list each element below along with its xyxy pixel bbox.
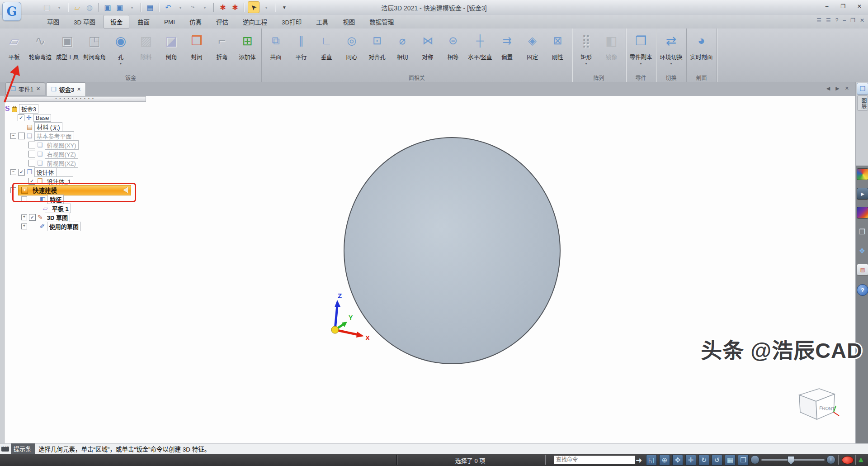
tree-node-label[interactable]: 3D 草图: [45, 213, 70, 222]
ribbon-tool[interactable]: ❐零件副本▾: [627, 29, 655, 74]
window-minimize-icon[interactable]: ‒: [843, 17, 846, 24]
tab-scroll-left-icon[interactable]: ◀: [826, 86, 830, 91]
ribbon-tool[interactable]: ⊡对齐孔: [364, 29, 390, 74]
tree-node-label[interactable]: 平板 1: [50, 204, 71, 213]
ribbon-tool[interactable]: ∟垂直: [314, 29, 339, 74]
help-icon[interactable]: ?: [835, 17, 839, 24]
minimize-icon[interactable]: ‒: [821, 2, 833, 11]
tree-row[interactable]: ❏右视图(YZ): [28, 149, 167, 158]
dropdown-caret-icon[interactable]: ▾: [585, 62, 587, 66]
tree-node-label[interactable]: 材料 (无): [34, 122, 62, 132]
ribbon-tool[interactable]: ⇉偏置: [495, 29, 520, 74]
tree-node-label[interactable]: 前视图(XZ): [45, 158, 78, 168]
window-style-icon[interactable]: ❐: [738, 455, 749, 466]
select-dropdown[interactable]: ▾: [261, 2, 272, 13]
menu-tab-item[interactable]: 工具: [310, 15, 335, 28]
ribbon-tool[interactable]: ❒封闭: [184, 29, 209, 74]
tree-row[interactable]: −✓❐设计体: [10, 167, 167, 176]
tree-checkbox[interactable]: ✓: [18, 169, 25, 176]
maximize-icon[interactable]: ❐: [837, 2, 849, 11]
fit-view-icon[interactable]: ✥: [672, 455, 683, 466]
tree-row[interactable]: −❏基本参考平面: [10, 131, 167, 140]
new-file-dropdown[interactable]: ▾: [54, 2, 65, 13]
menu-tab-item[interactable]: 评估: [210, 15, 235, 28]
dropdown-caret-icon[interactable]: ▾: [640, 62, 642, 66]
tab-close-icon[interactable]: ✕: [845, 86, 849, 91]
toolbar-list2-icon[interactable]: ☰: [826, 17, 831, 24]
3d-viewport[interactable]: ▪ ▪ ▪ ▪ ▪ ▪ ▪ ▪ ▪ ▪ Z Y X FRONT S钣金3✓✛Ba…: [0, 96, 855, 453]
heatmap-icon[interactable]: [857, 207, 868, 219]
tree-row[interactable]: ❏前视图(XZ): [28, 158, 167, 167]
open-folder-icon[interactable]: ▱: [72, 2, 83, 13]
spin-view-icon[interactable]: ↺: [712, 455, 722, 466]
menu-tab-item[interactable]: 曲面: [131, 15, 156, 28]
tree-expander-icon[interactable]: −: [10, 169, 16, 175]
tree-checkbox[interactable]: ✓: [18, 114, 24, 121]
record-button[interactable]: [842, 456, 854, 464]
zoom-slider-track[interactable]: [761, 459, 825, 461]
document-tab[interactable]: ❒钣金3✕: [46, 82, 86, 96]
zoom-icon[interactable]: ⊕: [659, 455, 670, 466]
dropdown-caret-icon[interactable]: ▾: [670, 62, 672, 66]
view-cube[interactable]: FRONT: [791, 382, 841, 425]
compare-windows-icon[interactable]: ❐: [857, 226, 868, 237]
tree-node-label[interactable]: Base: [33, 114, 52, 122]
tab-scroll-right-icon[interactable]: ▶: [835, 86, 839, 91]
undo-dropdown[interactable]: ▾: [175, 2, 186, 13]
tree-node-label[interactable]: 设计体: [34, 167, 57, 177]
tree-checkbox[interactable]: [28, 142, 35, 148]
undo-icon[interactable]: ↶: [163, 2, 174, 13]
ribbon-tool[interactable]: ⣿矩形▾: [574, 29, 599, 74]
ribbon-tool[interactable]: ◎同心: [339, 29, 364, 74]
tree-node-label[interactable]: 基本参考平面: [34, 131, 74, 141]
close-icon[interactable]: ✕: [854, 2, 865, 11]
menu-tab-item[interactable]: 3D 草图: [67, 15, 102, 28]
ribbon-tool[interactable]: ⌀相切: [390, 29, 415, 74]
redo-icon[interactable]: ↷: [187, 2, 198, 13]
sheetmetal-disc-model[interactable]: [344, 137, 561, 364]
ribbon-tool[interactable]: ◕实时剖面: [688, 29, 715, 74]
save-copy-icon[interactable]: ▣: [114, 2, 125, 13]
tree-expander-icon[interactable]: +: [21, 214, 27, 220]
gauge-icon[interactable]: [857, 168, 868, 180]
window-tile-icon[interactable]: ❒: [857, 83, 868, 95]
command-jump-icon[interactable]: ➜: [634, 455, 644, 465]
command-finder-input[interactable]: [554, 455, 635, 464]
tree-node-label[interactable]: 右视图(YZ): [45, 149, 78, 159]
report-icon[interactable]: ▤: [857, 264, 868, 276]
new-feature-icon[interactable]: ✱: [217, 2, 228, 13]
tree-checkbox[interactable]: ✓: [29, 214, 36, 221]
menu-tab-item[interactable]: 3D打印: [275, 15, 308, 28]
menu-tab-item[interactable]: 数据管理: [363, 15, 400, 28]
maximize-view-icon[interactable]: ▲: [857, 455, 865, 464]
zoom-out-button[interactable]: −: [750, 455, 760, 464]
zoom-area-icon[interactable]: ◱: [646, 455, 657, 466]
window-close-icon[interactable]: ✕: [860, 17, 864, 24]
new-drawing-icon[interactable]: ✱: [230, 2, 241, 13]
ribbon-tool[interactable]: ⧉共面: [263, 29, 288, 74]
redo-dropdown[interactable]: ▾: [199, 2, 210, 13]
ribbon-tool[interactable]: ◈固定: [520, 29, 545, 74]
tree-row[interactable]: ▱平板 1: [43, 204, 167, 213]
layers-vertical-tab[interactable]: 图层: [857, 95, 868, 111]
sketch-view-icon[interactable]: ▦: [725, 455, 736, 466]
tree-expander-icon[interactable]: −: [10, 133, 16, 139]
ribbon-tool[interactable]: ⌐折弯: [209, 29, 235, 74]
new-file-icon[interactable]: ▢: [42, 2, 52, 13]
ribbon-tool[interactable]: ⇄环境切换▾: [658, 29, 685, 74]
zoom-in-button[interactable]: +: [826, 455, 835, 464]
tab-close-icon[interactable]: ✕: [36, 86, 40, 92]
tree-node-label[interactable]: 俯视图(XY): [45, 140, 79, 150]
menu-tab-item[interactable]: 仿真: [183, 15, 208, 28]
ribbon-tool[interactable]: ┼水平/竖直: [466, 29, 494, 74]
tree-checkbox[interactable]: [28, 151, 35, 157]
toolbar-pin-icon[interactable]: ▼: [279, 2, 290, 13]
ribbon-tool[interactable]: ⊜相等: [440, 29, 466, 74]
select-cursor-icon[interactable]: ➤: [248, 1, 259, 13]
doc-properties-icon[interactable]: ▤: [145, 2, 156, 13]
ribbon-tool[interactable]: ▣成型工具: [54, 29, 81, 74]
tree-row[interactable]: ❏俯视图(XY): [28, 140, 167, 149]
tree-checkbox[interactable]: [18, 133, 25, 139]
ribbon-tool[interactable]: ⊠刚性: [545, 29, 571, 74]
tree-node-label[interactable]: 使用的草图: [47, 222, 81, 231]
